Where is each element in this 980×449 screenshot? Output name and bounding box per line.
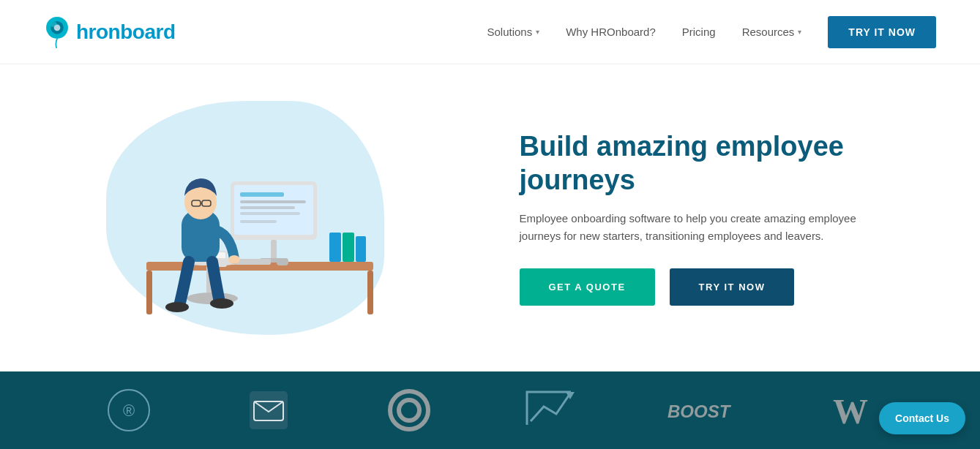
svg-rect-5 [146,271,152,314]
svg-point-42 [390,391,428,429]
svg-rect-6 [367,271,373,314]
hero-title: Build amazing employee journeys [520,130,937,197]
nav-pricing[interactable]: Pricing [682,26,716,38]
nav-solutions[interactable]: Solutions ▾ [487,26,539,38]
contact-us-button[interactable]: Contact Us [879,402,965,434]
svg-rect-14 [240,212,300,215]
nav-why-hronboard[interactable]: Why HROnboard? [566,26,656,38]
svg-rect-12 [240,200,306,203]
nav-resources[interactable]: Resources ▾ [742,26,802,38]
get-quote-button[interactable]: GET A QUOTE [520,268,655,306]
svg-rect-17 [277,258,288,265]
svg-text:BOOST: BOOST [667,401,732,421]
site-header: hronboard Solutions ▾ Why HROnboard? Pri… [0,0,980,64]
svg-rect-18 [329,233,341,262]
hero-try-button[interactable]: TRY IT NOW [670,268,795,306]
svg-point-32 [165,302,189,312]
logo-text: hronboard [76,20,176,44]
chevron-down-icon-resources: ▾ [798,28,801,36]
partner-logos-strip: ® BOOST W [0,371,980,449]
hero-illustration [0,64,490,371]
svg-rect-40 [250,391,288,429]
main-nav: Solutions ▾ Why HROnboard? Pricing Resou… [487,16,936,48]
chevron-down-icon: ▾ [536,28,539,36]
email-box-logo [243,385,294,436]
svg-rect-15 [240,220,277,223]
header-try-button[interactable]: TRY IT NOW [828,16,936,48]
svg-point-43 [399,400,419,420]
boost-logo: BOOST [664,385,737,436]
arrow-logo [523,385,575,436]
svg-text:W: W [833,392,868,431]
logo-icon [44,16,70,48]
svg-point-31 [228,255,240,264]
svg-point-33 [210,298,233,309]
registered-trademark-logo: ® [103,385,154,436]
svg-text:®: ® [123,401,135,420]
svg-rect-20 [356,236,366,262]
svg-rect-11 [240,192,284,197]
logo-link[interactable]: hronboard [44,16,176,48]
svg-rect-13 [240,206,295,209]
svg-rect-19 [343,233,354,262]
hero-description: Employee onboarding software to help you… [520,210,871,245]
hero-content: Build amazing employee journeys Employee… [490,130,981,306]
hero-section: Build amazing employee journeys Employee… [0,64,980,371]
desk-scene-illustration [110,116,381,320]
hero-buttons: GET A QUOTE TRY IT NOW [520,268,937,306]
vodafone-logo [384,385,435,436]
w-logo: W [826,385,877,436]
